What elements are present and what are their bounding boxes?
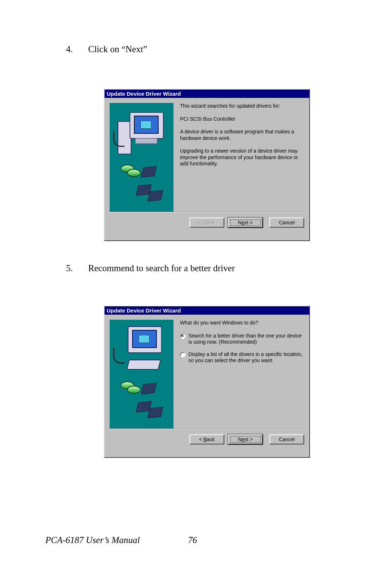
radio-icon	[180, 334, 185, 339]
option-label: Display a list of all the drivers in a s…	[188, 351, 304, 364]
wizard-dialog-1: Update Device Driver Wizard This wizard …	[104, 89, 310, 241]
dialog-body: What do you want Windows to do? Search f…	[105, 315, 309, 428]
cancel-label: Cancel	[279, 436, 295, 442]
step-text-4: Click on “Next”	[88, 44, 147, 54]
footer-manual-title: PCA-6187 User’s Manual	[45, 535, 140, 545]
cancel-button[interactable]: Cancel	[269, 218, 304, 228]
step-text-5: Recommend to search for a better driver	[88, 263, 235, 273]
next-button[interactable]: Next >	[228, 434, 263, 444]
driver-definition-text: A device driver is a software program th…	[180, 129, 304, 141]
dialog-text: This wizard searches for updated drivers…	[180, 103, 304, 212]
wizard-graphic-icon	[110, 103, 173, 212]
document-page: 4. Click on “Next” Update Device Driver …	[0, 0, 392, 588]
next-button[interactable]: Next >	[228, 218, 263, 228]
dialog-text: What do you want Windows to do? Search f…	[180, 320, 304, 428]
device-name-text: PCI SCSI Bus Controller	[180, 116, 304, 123]
cancel-button[interactable]: Cancel	[269, 434, 304, 444]
dialog-title: Update Device Driver Wizard	[105, 90, 309, 98]
back-accel: B	[203, 220, 207, 225]
back-prefix: <	[199, 220, 203, 225]
prompt-text: What do you want Windows to do?	[180, 320, 304, 326]
next-suffix: xt >	[244, 220, 253, 225]
button-row: < Back Next > Cancel	[105, 212, 309, 233]
next-prefix: N	[238, 220, 242, 225]
footer-page-number: 76	[188, 535, 197, 545]
next-prefix: N	[238, 436, 242, 442]
step-number-5: 5.	[66, 263, 73, 273]
upgrade-note-text: Upgrading to a newer version of a device…	[180, 148, 304, 167]
next-suffix: xt >	[244, 436, 253, 442]
wizard-graphic-icon	[110, 320, 173, 428]
radio-icon	[180, 352, 185, 357]
back-accel: B	[203, 436, 207, 442]
back-button: < Back	[189, 218, 224, 228]
dialog-body: This wizard searches for updated drivers…	[105, 98, 309, 212]
wizard-intro-text: This wizard searches for updated drivers…	[180, 103, 304, 109]
wizard-dialog-2: Update Device Driver Wizard What do you …	[104, 306, 310, 458]
cancel-label: Cancel	[279, 220, 295, 225]
option-search-better[interactable]: Search for a better driver than the one …	[180, 333, 304, 345]
option-display-list[interactable]: Display a list of all the drivers in a s…	[180, 351, 304, 364]
back-suffix: ack	[207, 220, 215, 225]
back-suffix: ack	[207, 436, 215, 442]
dialog-title: Update Device Driver Wizard	[105, 306, 309, 315]
step-number-4: 4.	[66, 44, 73, 54]
back-prefix: <	[199, 436, 203, 442]
option-label: Search for a better driver than the one …	[188, 333, 304, 345]
button-row: < Back Next > Cancel	[105, 429, 309, 450]
back-button[interactable]: < Back	[189, 434, 224, 444]
